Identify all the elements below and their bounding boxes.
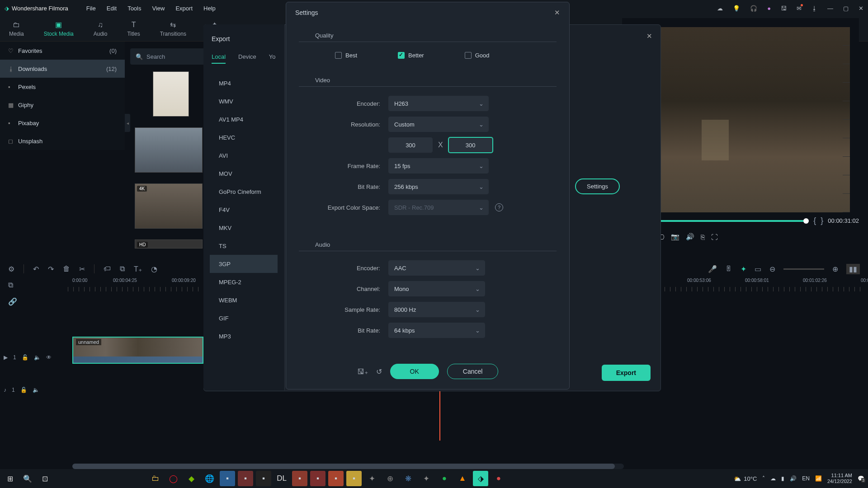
menu-export[interactable]: Export (175, 5, 193, 12)
snapshot-icon[interactable]: 📷 (671, 233, 679, 241)
quality-good[interactable]: Good (465, 52, 490, 59)
collapse-sidebar-button[interactable]: ◂ (125, 114, 130, 132)
save-preset-icon[interactable]: 🖫₊ (357, 367, 368, 376)
format-mpeg2[interactable]: MPEG-2 (210, 273, 278, 291)
app-icon-12[interactable]: ✦ (419, 471, 434, 486)
app-icon-7[interactable]: ▪ (328, 471, 344, 486)
media-thumb-1[interactable] (153, 71, 189, 117)
ok-button[interactable]: OK (390, 364, 439, 379)
notifications-icon[interactable]: 💬3 (858, 475, 864, 482)
scrollbar-thumb[interactable] (72, 464, 615, 469)
app-icon-10[interactable]: ⊕ (382, 471, 398, 486)
tab-media[interactable]: 🗀Media (9, 21, 24, 37)
download-icon[interactable]: ⭳ (811, 5, 817, 12)
resolution-select[interactable]: Custom (388, 117, 489, 132)
message-icon[interactable]: ✉ (797, 5, 802, 12)
export-tab-device[interactable]: Device (238, 53, 256, 64)
sidebar-unsplash[interactable]: ◻Unsplash (0, 132, 125, 150)
profile-icon[interactable]: ● (767, 5, 771, 12)
tab-stock-media[interactable]: ▣Stock Media (44, 20, 74, 37)
cancel-button[interactable]: Cancel (447, 364, 499, 379)
save-icon[interactable]: 🖫 (781, 5, 787, 12)
cloud-icon[interactable]: ☁ (717, 5, 723, 12)
channel-select[interactable]: Mono (388, 281, 485, 296)
mute-icon[interactable]: 🔈 (34, 354, 41, 361)
zoom-in-icon[interactable]: ⊕ (832, 265, 838, 273)
task-view-icon[interactable]: ⊡ (38, 474, 52, 483)
format-mov[interactable]: MOV (210, 164, 278, 183)
sidebar-giphy[interactable]: ▦Giphy (0, 96, 125, 114)
fit-icon[interactable]: ▭ (755, 265, 761, 273)
sidebar-downloads[interactable]: ⭳Downloads(12) (0, 60, 125, 78)
menu-tools[interactable]: Tools (127, 5, 141, 12)
media-thumb-2[interactable] (135, 127, 203, 173)
export-frame-icon[interactable]: ⎘ (701, 233, 705, 241)
undo-icon[interactable]: ↶ (33, 265, 39, 273)
sidebar-favorites[interactable]: ♡Favorites(0) (0, 42, 125, 60)
tray-volume-icon[interactable]: 🔊 (790, 475, 797, 482)
speed-icon[interactable]: ◔ (151, 265, 157, 273)
chrome-icon[interactable]: 🌐 (202, 471, 217, 486)
mute-icon[interactable]: 🔈 (33, 387, 39, 393)
sidebar-pixabay[interactable]: ▪Pixabay (0, 114, 125, 132)
search-taskbar-icon[interactable]: 🔍 (19, 474, 36, 483)
menu-file[interactable]: File (86, 5, 96, 12)
menu-edit[interactable]: Edit (107, 5, 117, 12)
video-clip[interactable]: unnamed (72, 337, 203, 364)
app-icon-9[interactable]: ✦ (364, 471, 380, 486)
search-input[interactable]: 🔍Search (130, 48, 212, 65)
tab-transitions[interactable]: ⇆Transitions (160, 20, 186, 37)
tab-audio[interactable]: ♫Audio (94, 21, 108, 37)
app-icon-6[interactable]: ▪ (310, 471, 326, 486)
settings-close-icon[interactable]: ✕ (554, 9, 560, 17)
app-icon-8[interactable]: ▪ (346, 471, 362, 486)
start-button[interactable]: ⊞ (4, 474, 17, 483)
marker-icon[interactable]: ✦ (741, 265, 746, 273)
resolution-height-input[interactable] (448, 137, 493, 153)
video-encoder-select[interactable]: H263 (388, 96, 489, 111)
visibility-icon[interactable]: 👁 (46, 354, 52, 361)
zoom-out-icon[interactable]: ⊖ (769, 265, 775, 273)
quality-best[interactable]: Best (335, 52, 357, 59)
help-icon[interactable]: ? (495, 203, 503, 211)
app-icon-11[interactable]: ❋ (401, 471, 416, 486)
support-icon[interactable]: 🎧 (750, 5, 757, 12)
format-gopro[interactable]: GoPro Cineform (210, 183, 278, 201)
audio-track-icon[interactable]: ♪ (4, 387, 6, 393)
media-thumb-3[interactable]: 4K (135, 183, 203, 229)
format-mp3[interactable]: MP3 (210, 327, 278, 345)
battery-icon[interactable]: ▮ (781, 475, 784, 482)
text-tool-icon[interactable]: T₊ (134, 265, 142, 273)
app-icon-3[interactable]: ▪ (256, 471, 271, 486)
redo-icon[interactable]: ↷ (48, 265, 54, 273)
explorer-icon[interactable]: 🗀 (147, 471, 163, 486)
export-close-icon[interactable]: ✕ (646, 32, 652, 40)
format-3gp[interactable]: 3GP (210, 255, 278, 273)
reset-icon[interactable]: ↺ (376, 367, 382, 376)
timeline-scrollbar[interactable] (72, 464, 624, 469)
crop-icon[interactable]: ⧉ (120, 265, 125, 273)
mic-icon[interactable]: 🎤 (708, 265, 717, 273)
link-icon[interactable]: 🔗 (8, 297, 17, 306)
media-thumb-4[interactable]: HD (135, 239, 203, 249)
video-track-icon[interactable]: ▶ (4, 354, 8, 361)
menu-view[interactable]: View (152, 5, 165, 12)
samplerate-select[interactable]: 8000 Hz (388, 302, 485, 317)
cut-icon[interactable]: ✂ (79, 265, 85, 273)
format-mp4[interactable]: MP4 (210, 74, 278, 92)
opera-icon[interactable]: ◯ (165, 471, 181, 486)
settings-button[interactable]: Settings (575, 178, 620, 194)
tray-chevron-icon[interactable]: ˄ (762, 475, 765, 482)
framerate-select[interactable]: 15 fps (388, 158, 489, 174)
quality-better[interactable]: Better (398, 52, 424, 59)
lock-icon[interactable]: 🔓 (20, 387, 27, 393)
sidebar-pexels[interactable]: ▪Pexels (0, 78, 125, 96)
format-webm[interactable]: WEBM (210, 291, 278, 309)
format-ts[interactable]: TS (210, 237, 278, 255)
app-icon-13[interactable]: ● (491, 471, 506, 486)
app-icon-1[interactable]: ▪ (220, 471, 235, 486)
app-icon-2[interactable]: ▪ (238, 471, 253, 486)
tag-icon[interactable]: 🏷 (104, 265, 111, 273)
tab-titles[interactable]: TTitles (127, 21, 140, 37)
minimize-icon[interactable]: — (827, 5, 833, 12)
